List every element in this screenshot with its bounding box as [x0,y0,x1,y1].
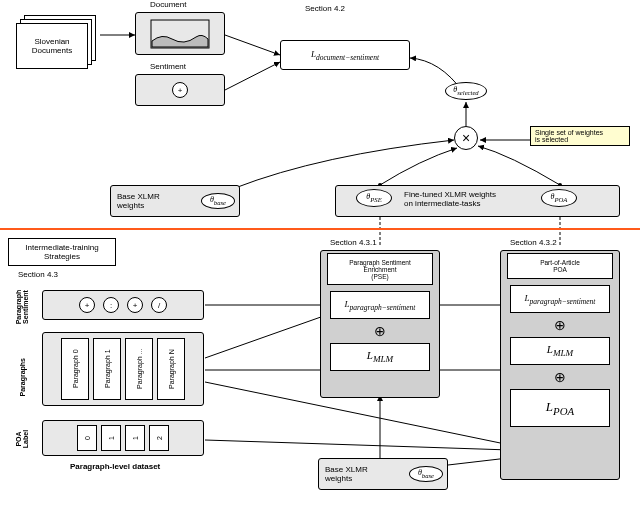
svg-line-16 [448,458,508,465]
svg-line-11 [205,312,335,358]
poa-title: Part-of-Article POA [507,253,613,279]
svg-line-3 [225,62,280,90]
section-4-3-2-label: Section 4.3.2 [510,238,557,247]
pse-l-para-sent: Lparagraph−sentiment [330,291,430,319]
sentiment-row: + : + / [42,290,204,320]
poa-3: 2 [149,425,169,451]
poa-l-mlm: LMLM [510,337,610,365]
times-operator-icon: × [454,126,478,150]
sent-icon-3: / [151,297,167,313]
document-icon [150,19,210,49]
intermediate-training-box: Intermediate-training Strategies [8,238,116,266]
plus-op-icon: ⊕ [374,323,386,339]
theta-selected: θselected [445,82,487,100]
paragraphs-row: Paragraph 0 Paragraph 1 Paragraph ... Pa… [42,332,204,406]
plus-op-icon: ⊕ [554,369,566,385]
poa-box: Part-of-Article POA Lparagraph−sentiment… [500,250,620,480]
finetuned-xlmr: θPSE Fine-tuned XLMR weights on intermed… [335,185,620,217]
poa-l-poa: LPOA [510,389,610,427]
note-selected-weights: Single set of weightes is selected [530,126,630,146]
section-4-2-label: Section 4.2 [305,4,345,13]
slovenian-docs: Slovenian Documents [16,15,100,71]
label-poa: POA Label [15,409,29,469]
label-paragraphs: Paragraphs [19,337,26,397]
section-divider [0,228,640,230]
svg-line-2 [225,35,280,55]
base-xlmr-bottom-label: Base XLMR weights [325,465,368,483]
svg-line-14 [205,440,510,450]
paragraph-0: Paragraph 0 [61,338,89,400]
base-xlmr-top: Base XLMR weights θbase [110,185,240,217]
poa-l-para-sent: Lparagraph−sentiment [510,285,610,313]
poa-2: 1 [125,425,145,451]
sent-icon-0: + [79,297,95,313]
sentiment-block: + [135,74,225,106]
theta-poa: θPOA [541,189,577,207]
pse-box: Paragraph Sentiment Enrichment (PSE) Lpa… [320,250,440,398]
plus-icon: + [172,82,188,98]
theta-pse: θPSE [356,189,392,207]
sentiment-label: Sentiment [150,62,186,71]
loss-doc-sentiment: Ldocument−sentiment [280,40,410,70]
poa-1: 1 [101,425,121,451]
section-4-3-1-label: Section 4.3.1 [330,238,377,247]
poa-row: 0 1 1 2 [42,420,204,456]
theta-base-top: θbase [201,193,235,209]
finetuned-xlmr-label: Fine-tuned XLMR weights on intermediate-… [404,190,496,208]
dataset-label: Paragraph-level dataset [70,462,160,471]
pse-l-mlm: LMLM [330,343,430,371]
paragraph-1: Paragraph 1 [93,338,121,400]
sent-icon-1: : [103,297,119,313]
pse-title: Paragraph Sentiment Enrichment (PSE) [327,253,433,285]
theta-base-bottom: θbase [409,466,443,482]
label-paragraph-sentiment: Paragraph Sentiment [15,277,29,337]
paragraph-n: Paragraph N [157,338,185,400]
plus-op-icon: ⊕ [554,317,566,333]
sent-icon-2: + [127,297,143,313]
base-xlmr-top-label: Base XLMR weights [117,192,160,210]
document-label: Document [150,0,186,9]
base-xlmr-bottom: Base XLMR weights θbase [318,458,448,490]
poa-0: 0 [77,425,97,451]
document-block [135,12,225,55]
paragraph-dots: Paragraph ... [125,338,153,400]
